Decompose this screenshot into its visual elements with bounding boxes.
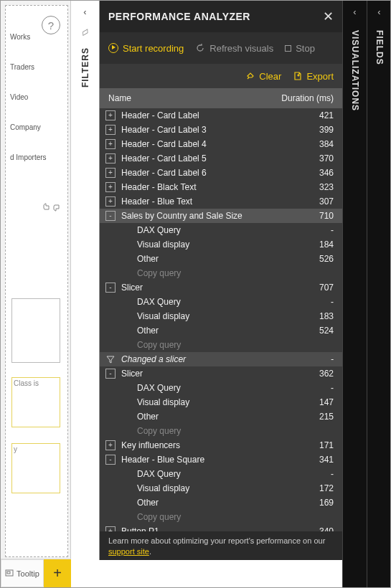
visual-row[interactable]: +Header - Card Label 6346 <box>100 166 342 180</box>
help-icon[interactable]: ? <box>42 16 60 34</box>
collapse-icon[interactable]: - <box>105 211 116 221</box>
footer-text: Learn more about optimizing your report'… <box>108 536 325 545</box>
panel-toolbar: Start recording Refresh visuals Stop <box>100 32 342 64</box>
row-duration: 184 <box>298 240 334 250</box>
row-name: Slicer <box>121 283 298 293</box>
visualizations-label: VISUALIZATIONS <box>350 30 360 111</box>
canvas-text[interactable]: Video <box>10 93 63 102</box>
row-name: Copy query <box>121 268 298 278</box>
row-name: Visual display <box>121 483 298 493</box>
canvas-page[interactable]: ? WorksTradersVideoCompanyd Importers Cl… <box>5 5 68 557</box>
visual-row[interactable]: -Sales by Country and Sale Size710 <box>100 209 342 223</box>
visual-row[interactable]: +Header - Blue Text307 <box>100 194 342 209</box>
visual-row[interactable]: +Key influencers171 <box>100 438 342 452</box>
visual-row[interactable]: +Header - Card Label 3399 <box>100 123 342 137</box>
row-duration: 421 <box>298 110 334 120</box>
row-duration: 362 <box>298 369 334 379</box>
row-name: Copy query <box>121 512 298 522</box>
eraser-icon[interactable]: ▱ <box>79 24 92 38</box>
row-duration: 710 <box>298 211 334 221</box>
row-duration: 172 <box>298 483 334 493</box>
expand-icon[interactable]: + <box>105 196 116 207</box>
metric-row: Other215 <box>100 409 342 424</box>
row-name: Header - Card Label 5 <box>121 153 298 163</box>
row-name: Key influencers <box>121 440 298 450</box>
fields-pane-collapsed[interactable]: ‹ FIELDS <box>367 1 391 588</box>
canvas-visual-1[interactable] <box>11 298 60 363</box>
row-duration: 323 <box>298 182 334 192</box>
panel-actions: Clear Export <box>100 64 342 88</box>
row-name: DAX Query <box>121 297 298 307</box>
page-tabs-bar: Tooltip + <box>1 559 71 587</box>
canvas-text[interactable]: d Importers <box>10 153 63 162</box>
row-name: Other <box>121 254 298 264</box>
filter-icon <box>105 354 116 364</box>
filters-pane-collapsed[interactable]: ‹ ▱ FILTERS <box>71 1 100 560</box>
canvas-visual-2[interactable]: Class is <box>11 377 60 427</box>
expand-icon[interactable]: + <box>105 110 116 120</box>
metric-row: Visual display184 <box>100 237 342 252</box>
canvas-text[interactable]: Traders <box>10 63 63 72</box>
row-name: Other <box>121 498 298 508</box>
row-name: Slicer <box>121 369 298 379</box>
row-duration: - <box>298 469 334 479</box>
add-page-button[interactable]: + <box>44 559 71 588</box>
grid-body[interactable]: +Header - Card Label421+Header - Card La… <box>100 108 342 531</box>
canvas-text[interactable]: Company <box>10 123 63 132</box>
visual-row[interactable]: +Button P1340 <box>100 524 342 531</box>
grid-header: Name Duration (ms) <box>100 88 342 108</box>
visual-row[interactable]: +Header - Card Label421 <box>100 108 342 123</box>
support-site-link[interactable]: support site <box>108 547 149 556</box>
row-name: Visual display <box>121 311 298 321</box>
start-recording-button[interactable]: Start recording <box>108 43 184 54</box>
clear-button[interactable]: Clear <box>245 71 281 82</box>
metric-row: DAX Query- <box>100 381 342 395</box>
refresh-visuals-button[interactable]: Refresh visuals <box>195 43 273 54</box>
page-tab-tooltip[interactable]: Tooltip <box>1 559 44 587</box>
metric-row: Visual display183 <box>100 309 342 323</box>
stop-button[interactable]: Stop <box>285 43 315 54</box>
canvas-visual-3[interactable]: y <box>11 443 60 493</box>
close-icon[interactable]: ✕ <box>323 9 334 24</box>
metric-row: DAX Query- <box>100 467 342 481</box>
collapse-icon[interactable]: - <box>105 283 116 293</box>
canvas-text[interactable]: Works <box>10 33 63 42</box>
expand-icon[interactable]: + <box>105 153 116 163</box>
thumbs-icons[interactable] <box>42 202 63 212</box>
column-name[interactable]: Name <box>108 93 281 103</box>
collapse-icon[interactable]: - <box>105 455 116 465</box>
visual-row[interactable]: -Slicer707 <box>100 280 342 295</box>
expand-icon[interactable]: + <box>105 182 116 192</box>
row-name: Changed a slicer <box>121 354 298 364</box>
clear-label: Clear <box>259 71 281 82</box>
row-name: Visual display <box>121 240 298 250</box>
row-duration: 526 <box>298 254 334 264</box>
expand-icon[interactable]: + <box>105 125 116 135</box>
row-name: Header - Card Label <box>121 110 298 120</box>
stop-label: Stop <box>296 43 315 54</box>
column-duration[interactable]: Duration (ms) <box>281 93 334 103</box>
chevron-left-icon[interactable]: ‹ <box>353 6 356 17</box>
copy-query-link[interactable]: Copy query <box>100 266 342 280</box>
export-button[interactable]: Export <box>293 71 334 82</box>
copy-query-link[interactable]: Copy query <box>100 424 342 438</box>
copy-query-link[interactable]: Copy query <box>100 338 342 352</box>
metric-row: Other524 <box>100 323 342 338</box>
expand-icon[interactable]: + <box>105 139 116 149</box>
copy-query-link[interactable]: Copy query <box>100 510 342 524</box>
row-name: Copy query <box>121 426 298 436</box>
visual-row[interactable]: -Header - Blue Square341 <box>100 452 342 467</box>
metric-row: Other169 <box>100 495 342 510</box>
visualizations-pane-collapsed[interactable]: ‹ VISUALIZATIONS <box>342 1 367 588</box>
expand-icon[interactable]: + <box>105 168 116 178</box>
row-duration: - <box>298 297 334 307</box>
visual-row[interactable]: +Header - Black Text323 <box>100 180 342 194</box>
visual-row[interactable]: -Slicer362 <box>100 366 342 381</box>
expand-icon[interactable]: + <box>105 526 116 531</box>
collapse-icon[interactable]: - <box>105 369 116 379</box>
chevron-left-icon[interactable]: ‹ <box>83 6 86 17</box>
visual-row[interactable]: +Header - Card Label 4384 <box>100 137 342 151</box>
visual-row[interactable]: +Header - Card Label 5370 <box>100 151 342 166</box>
chevron-left-icon[interactable]: ‹ <box>377 6 380 17</box>
expand-icon[interactable]: + <box>105 440 116 450</box>
